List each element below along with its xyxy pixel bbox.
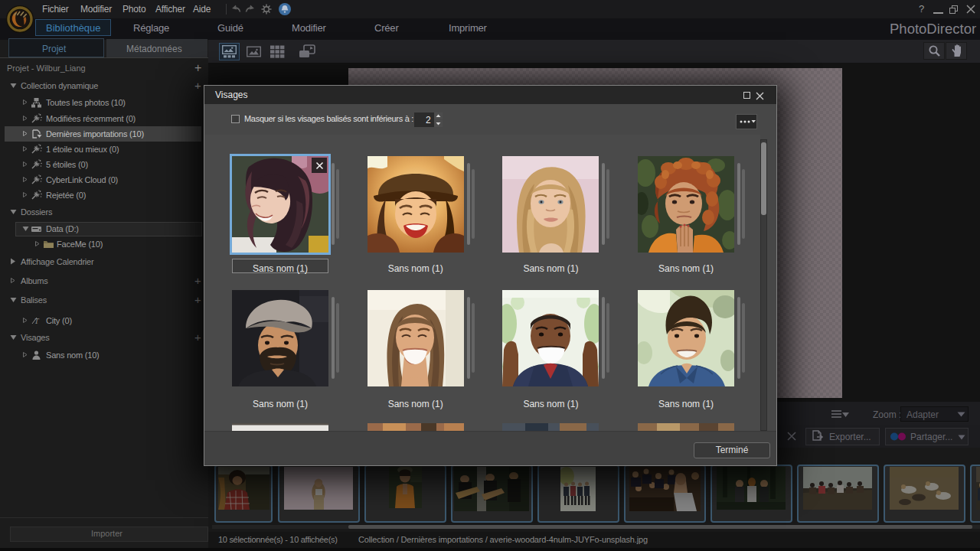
svg-text:T: T xyxy=(34,317,40,325)
